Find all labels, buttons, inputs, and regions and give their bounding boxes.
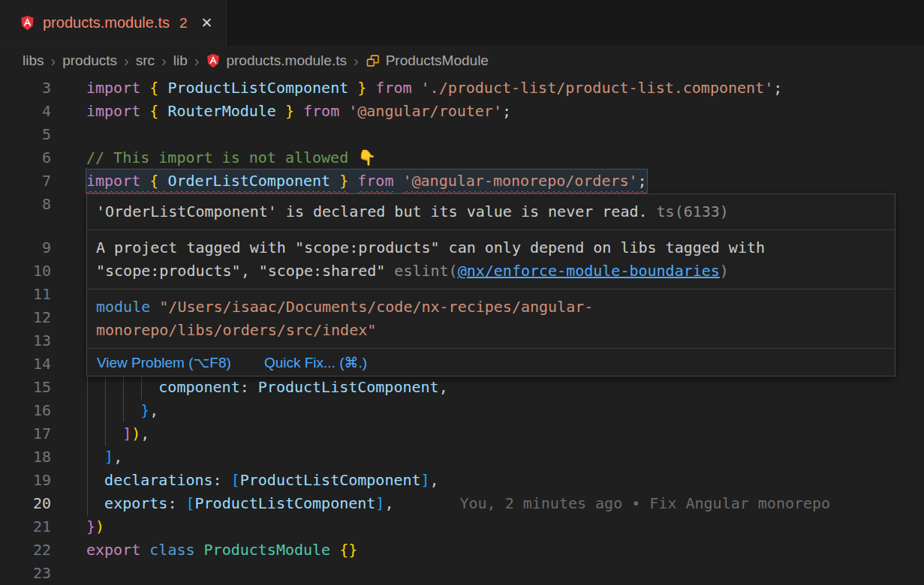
hover-text-row: monorepo/libs/orders/src/index" (96, 319, 886, 342)
code-token: exports (104, 494, 167, 512)
line-number-17: 17 (0, 422, 51, 446)
breadcrumb-item-file[interactable]: products.module.ts (206, 52, 347, 69)
code-line-7[interactable]: import { OrderListComponent } from '@ang… (86, 170, 647, 193)
close-tab-icon[interactable]: ✕ (201, 14, 213, 32)
editor-line-16[interactable]: 16 }, (0, 399, 924, 422)
hover-actions: View Problem (⌥F8) Quick Fix... (⌘.) (87, 349, 895, 376)
angular-icon (206, 53, 221, 68)
breadcrumb-item-products[interactable]: products (62, 52, 117, 69)
code-line-19[interactable]: declarations: [ProductListComponent], (86, 469, 439, 492)
line-number-11: 11 (0, 283, 51, 306)
editor-line-21[interactable]: 21}) (0, 515, 924, 538)
hover-text-row: "scope:products", "scope:shared" eslint(… (96, 260, 886, 283)
editor-line-4[interactable]: 4import { RouterModule } from '@angular/… (0, 100, 924, 123)
code-token (86, 448, 104, 466)
code-token: , (439, 378, 448, 396)
line-number-21: 21 (0, 515, 51, 538)
hover-popup: 'OrderListComponent' is declared but its… (86, 194, 895, 376)
code-line-6[interactable]: // This import is not allowed 👇 (86, 146, 376, 170)
code-token: // This import is not allowed (86, 148, 357, 166)
code-token: } (140, 401, 149, 419)
code-token: ; (502, 102, 511, 120)
tab-products-module-ts[interactable]: products.module.ts 2 ✕ (0, 0, 227, 46)
hover-section-1: 'OrderListComponent' is declared but its… (87, 194, 895, 230)
code-token: : (167, 494, 185, 512)
code-token: export (86, 541, 149, 559)
code-token (393, 172, 402, 190)
line-number-23: 23 (0, 562, 51, 585)
code-token: 👇 (357, 148, 376, 166)
breadcrumb-label: products.module.ts (226, 52, 347, 69)
breadcrumb-item-libs[interactable]: libs (23, 52, 44, 69)
breadcrumb-item-symbol[interactable]: ProductsModule (366, 52, 489, 69)
git-blame-annotation: You, 2 minutes ago • Fix Angular monorep… (459, 492, 830, 515)
chevron-right-icon: › (124, 52, 129, 70)
code-token: ProductListComponent (258, 378, 439, 396)
code-line-4[interactable]: import { RouterModule } from '@angular/r… (86, 100, 511, 123)
hover-token: ) (720, 262, 729, 280)
code-line-20[interactable]: exports: [ProductListComponent], (86, 492, 393, 515)
code-line-17[interactable]: ]), (86, 422, 149, 446)
editor-line-3[interactable]: 3import { ProductListComponent } from '.… (0, 76, 924, 100)
hover-token: monorepo/libs/orders/src/index" (96, 321, 376, 339)
code-token (86, 401, 140, 419)
code-line-3[interactable]: import { ProductListComponent } from './… (86, 76, 782, 100)
code-token: , (113, 448, 122, 466)
editor-line-23[interactable]: 23 (0, 562, 924, 585)
line-number-10: 10 (0, 260, 51, 283)
line-number-18: 18 (0, 446, 51, 469)
code-token: , (430, 471, 439, 489)
code-token: from (303, 102, 339, 120)
chevron-right-icon: › (194, 52, 200, 70)
code-token: from (357, 172, 393, 190)
editor-line-20[interactable]: 20 exports: [ProductListComponent],You, … (0, 492, 924, 515)
code-token: { (149, 172, 167, 190)
code-token: } (348, 79, 366, 97)
breadcrumb-item-src[interactable]: src (136, 52, 155, 69)
editor[interactable]: 3import { ProductListComponent } from '.… (0, 75, 924, 585)
indent-guide (105, 376, 106, 446)
editor-line-22[interactable]: 22export class ProductsModule {} (0, 538, 924, 562)
line-number-15: 15 (0, 376, 51, 399)
code-token: , (149, 401, 158, 419)
editor-line-7[interactable]: 7import { OrderListComponent } from '@an… (0, 170, 924, 193)
editor-line-6[interactable]: 6// This import is not allowed 👇 (0, 146, 924, 170)
code-token: : (240, 378, 258, 396)
code-token: , (140, 424, 149, 442)
editor-line-19[interactable]: 19 declarations: [ProductListComponent], (0, 469, 924, 492)
code-line-22[interactable]: export class ProductsModule {} (86, 538, 357, 562)
indent-guide (87, 376, 88, 515)
code-token (412, 79, 421, 97)
chevron-right-icon: › (51, 52, 56, 70)
eslint-rule-link[interactable]: @nx/enforce-module-boundaries (458, 262, 720, 280)
hover-text-row: A project tagged with "scope:products" c… (96, 236, 886, 260)
view-problem-action[interactable]: View Problem (⌥F8) (97, 354, 231, 371)
hover-sections: 'OrderListComponent' is declared but its… (87, 194, 895, 349)
breadcrumb-label: src (136, 52, 155, 69)
breadcrumb-item-lib[interactable]: lib (173, 52, 188, 69)
hover-token: "/Users/isaac/Documents/code/nx-recipes/… (159, 298, 593, 316)
code-token: ] (375, 494, 384, 512)
line-number-7: 7 (0, 170, 51, 193)
editor-line-15[interactable]: 15 component: ProductListComponent, (0, 376, 924, 399)
code-token (348, 172, 357, 190)
code-token: [ (185, 494, 194, 512)
indent-guide (123, 376, 124, 422)
code-token (366, 79, 375, 97)
line-number-4: 4 (0, 100, 51, 123)
editor-line-5[interactable]: 5 (0, 123, 924, 146)
code-token: './product-list/product-list.component' (421, 79, 774, 97)
line-number-19: 19 (0, 469, 51, 492)
editor-line-17[interactable]: 17 ]), (0, 422, 924, 446)
line-number-3: 3 (0, 76, 51, 100)
line-number-12: 12 (0, 306, 51, 329)
hover-token: ts(6133) (657, 202, 729, 220)
code-line-18[interactable]: ], (86, 446, 122, 469)
quick-fix-action[interactable]: Quick Fix... (⌘.) (264, 354, 367, 371)
breadcrumb: libs › products › src › lib › products.m… (0, 46, 924, 75)
code-token: ] (122, 424, 131, 442)
line-number-6: 6 (0, 146, 51, 170)
code-line-21[interactable]: }) (86, 515, 104, 538)
editor-line-18[interactable]: 18 ], (0, 446, 924, 469)
line-number-5: 5 (0, 123, 51, 146)
